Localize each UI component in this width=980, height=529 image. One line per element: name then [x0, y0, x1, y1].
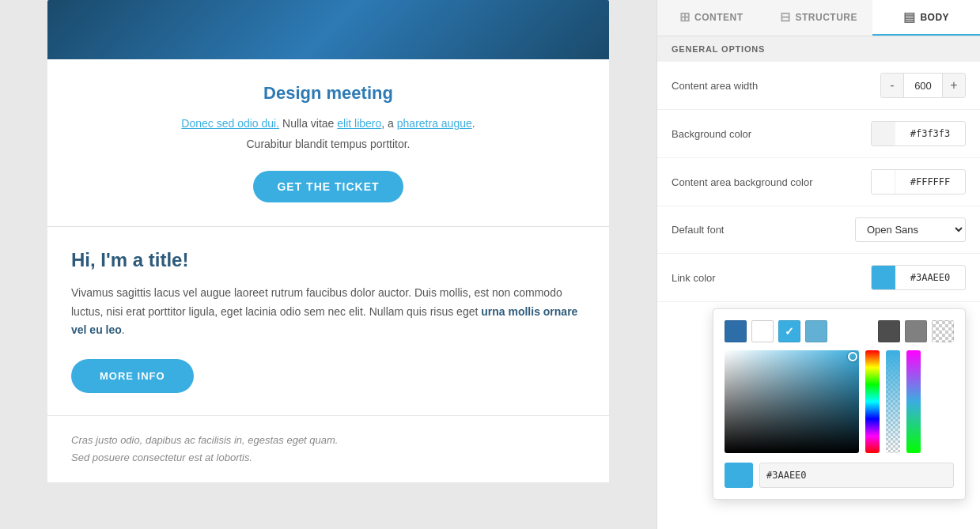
link-pharetra[interactable]: pharetra augue [397, 117, 472, 130]
swatch-transparent[interactable] [932, 320, 954, 342]
color-swatch-bg[interactable]: #f3f3f3 [871, 121, 966, 146]
email-footer: Cras justo odio, dapibus ac facilisis in… [47, 415, 609, 482]
control-background-color: #f3f3f3 [871, 121, 966, 146]
opacity-gradient[interactable] [906, 350, 921, 453]
body-icon: ▤ [903, 9, 916, 25]
row-default-font: Default font Open Sans Arial Georgia Ver… [657, 206, 980, 254]
content-title: Hi, I'm a title! [71, 249, 585, 271]
email-content-section: Hi, I'm a title! Vivamus sagittis lacus … [47, 227, 609, 415]
email-header-image [47, 0, 609, 59]
number-control: - + [880, 73, 966, 98]
preview-panel: Design meeting Donec sed odio dui. Nulla… [0, 0, 656, 529]
label-content-area-width: Content area width [672, 80, 880, 92]
content-icon: ⊞ [679, 9, 691, 25]
section-header-general: GENERAL OPTIONS [657, 36, 980, 62]
get-ticket-button[interactable]: GET THE TICKET [253, 171, 403, 202]
more-info-button[interactable]: MORE INFO [71, 359, 194, 393]
control-link-color: #3AAEE0 [871, 265, 966, 290]
minus-button[interactable]: - [881, 74, 903, 97]
color-swatch-content-bg[interactable]: #FFFFFF [871, 169, 966, 195]
settings-panel: ⊞ CONTENT ⊟ STRUCTURE ▤ BODY GENERAL OPT… [656, 0, 980, 529]
tab-content[interactable]: ⊞ CONTENT [657, 0, 765, 36]
plus-button[interactable]: + [943, 74, 965, 97]
swatch-dark-blue[interactable] [725, 320, 747, 342]
color-value-content-bg: #FFFFFF [895, 176, 965, 187]
label-link-color: Link color [672, 272, 871, 284]
color-hex-input[interactable] [759, 463, 954, 488]
row-content-area-width: Content area width - + [657, 62, 980, 110]
transparency-slider[interactable] [886, 350, 900, 453]
color-picker-bottom [725, 463, 954, 488]
font-select[interactable]: Open Sans Arial Georgia Verdana Tahoma [855, 217, 966, 242]
content-period: . [122, 323, 125, 336]
gradient-cursor [848, 352, 857, 361]
label-default-font: Default font [672, 224, 855, 236]
swatch-light-blue[interactable] [805, 320, 827, 342]
color-preview-box [725, 463, 753, 488]
footer-line2: Sed posuere consectetur est at lobortis. [71, 449, 585, 467]
width-input[interactable] [903, 74, 943, 97]
color-box-bg [872, 121, 895, 146]
row-background-color: Background color #f3f3f3 [657, 110, 980, 158]
tab-structure[interactable]: ⊟ STRUCTURE [765, 0, 872, 36]
swatch-white[interactable] [751, 320, 774, 342]
link-elit[interactable]: elit libero [337, 117, 381, 130]
email-card: Design meeting Donec sed odio dui. Nulla… [47, 59, 609, 227]
control-default-font: Open Sans Arial Georgia Verdana Tahoma [855, 217, 966, 242]
swatch-grey[interactable] [905, 320, 927, 342]
settings-tabs: ⊞ CONTENT ⊟ STRUCTURE ▤ BODY [657, 0, 980, 36]
gradient-canvas[interactable] [725, 350, 859, 453]
footer-line1: Cras justo odio, dapibus ac facilisis in… [71, 432, 585, 449]
control-content-area-width: - + [880, 73, 966, 98]
color-box-content-bg [872, 169, 895, 195]
link-donec[interactable]: Donec sed odio dui. [181, 117, 279, 130]
structure-icon: ⊟ [780, 9, 791, 25]
control-content-area-bg-color: #FFFFFF [871, 169, 966, 195]
color-swatch-link[interactable]: #3AAEE0 [871, 265, 966, 290]
color-value-link: #3AAEE0 [895, 272, 965, 283]
hue-slider[interactable] [865, 350, 880, 453]
card-body1: Donec sed odio dui. Nulla vitae elit lib… [79, 115, 577, 132]
content-paragraph: Vivamus sagittis lacus vel augue laoreet… [71, 284, 585, 340]
card-title: Design meeting [79, 83, 577, 104]
color-swatches-row [725, 320, 954, 342]
card-body2: Curabitur blandit tempus porttitor. [79, 135, 577, 153]
color-box-link [872, 265, 895, 290]
swatch-dark-grey[interactable] [878, 320, 900, 342]
label-content-area-bg-color: Content area background color [672, 176, 871, 188]
label-background-color: Background color [672, 128, 871, 140]
row-link-color: Link color #3AAEE0 [657, 254, 980, 302]
settings-body: GENERAL OPTIONS Content area width - + B… [657, 36, 980, 529]
tab-body[interactable]: ▤ BODY [872, 0, 980, 36]
swatch-blue-selected[interactable] [778, 320, 800, 342]
color-value-bg: #f3f3f3 [895, 128, 965, 139]
color-gradient-area [725, 350, 954, 453]
tab-body-label: BODY [920, 12, 949, 23]
color-picker-popup [713, 308, 966, 500]
row-content-area-bg-color: Content area background color #FFFFFF [657, 158, 980, 206]
tab-content-label: CONTENT [694, 12, 744, 23]
tab-structure-label: STRUCTURE [796, 12, 858, 23]
